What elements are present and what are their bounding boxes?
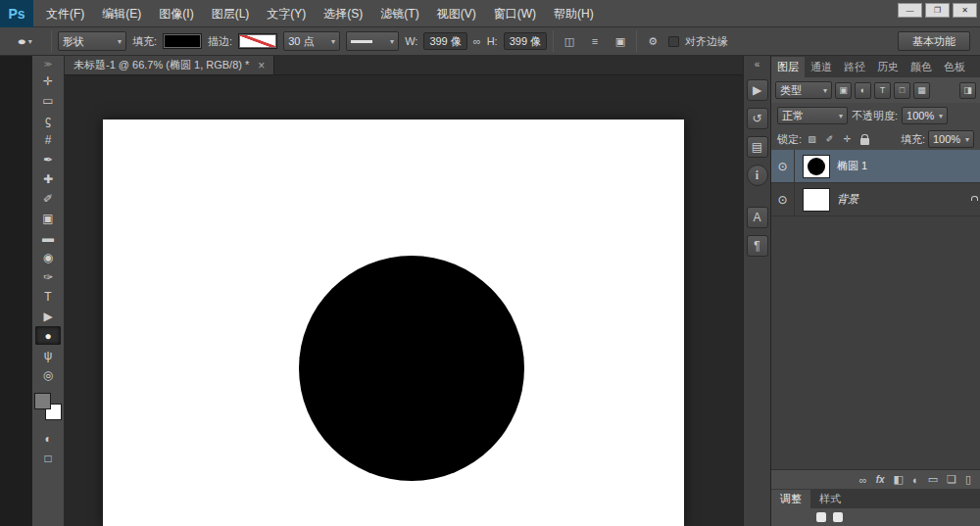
width-input[interactable]: 399 像	[423, 32, 466, 50]
new-group-icon[interactable]: ▭	[928, 473, 938, 486]
layer-name[interactable]: 背景	[837, 192, 858, 207]
tab-adjustments[interactable]: 调整	[771, 490, 810, 508]
stroke-label: 描边:	[208, 34, 232, 49]
opacity-value: 100%	[906, 110, 934, 121]
opacity-select[interactable]: 100% ▾	[902, 107, 948, 124]
move-tool[interactable]: ✛	[35, 72, 61, 90]
adjustment-preset-icon[interactable]	[816, 512, 826, 522]
menu-window[interactable]: 窗口(W)	[485, 0, 545, 27]
menu-select[interactable]: 选择(S)	[315, 0, 371, 27]
pixel-filter-icon[interactable]: ▣	[835, 82, 852, 99]
pen-tool[interactable]: ✑	[35, 267, 61, 286]
layer-name[interactable]: 椭圆 1	[837, 159, 867, 173]
ellipse-tool[interactable]: ●	[35, 326, 61, 345]
layer-row-ellipse[interactable]: ⊙ 椭圆 1	[771, 150, 980, 183]
tool-mode-select[interactable]: 形状 ▾	[58, 31, 126, 51]
lasso-tool[interactable]: ϛ	[35, 111, 61, 129]
link-dimensions-icon[interactable]: ∞	[473, 35, 481, 47]
type-filter-icon[interactable]: T	[874, 82, 891, 99]
tab-paths[interactable]: 路径	[838, 57, 871, 77]
ellipse-shape[interactable]	[299, 256, 524, 481]
history-icon[interactable]: ↺	[747, 108, 768, 129]
fill-opacity-select[interactable]: 100% ▾	[928, 130, 974, 148]
tab-styles[interactable]: 样式	[810, 490, 850, 508]
lock-all-icon[interactable]	[858, 132, 872, 147]
histogram-icon[interactable]: ▤	[747, 136, 768, 158]
quick-mask-button[interactable]: ◐	[35, 429, 61, 448]
spot-healing-brush-tool[interactable]: ✚	[35, 169, 61, 188]
height-input[interactable]: 399 像	[504, 32, 547, 50]
path-operations-icon[interactable]: ◫	[560, 31, 579, 51]
close-button[interactable]: ✕	[953, 3, 977, 18]
layer-row-background[interactable]: ⊙ 背景	[771, 183, 980, 216]
add-layer-mask-icon[interactable]: ◧	[894, 473, 904, 486]
restore-button[interactable]: ❐	[925, 3, 950, 18]
lock-position-icon[interactable]: ✛	[840, 132, 855, 147]
path-selection-tool[interactable]: ▶	[35, 307, 61, 325]
paragraph-icon[interactable]: ¶	[747, 235, 768, 257]
link-layers-icon[interactable]: ∞	[859, 474, 867, 486]
brush-tool[interactable]: ✐	[35, 189, 61, 208]
layer-filter-select[interactable]: 类型 ▾	[775, 81, 832, 99]
delete-layer-icon[interactable]: ▯	[965, 473, 971, 486]
tab-swatches[interactable]: 色板	[938, 57, 971, 77]
new-layer-icon[interactable]: ❏	[947, 473, 956, 486]
blur-tool[interactable]: ◉	[35, 248, 61, 266]
menu-help[interactable]: 帮助(H)	[545, 0, 603, 27]
tool-preset-picker[interactable]: ● ▾	[6, 30, 45, 52]
align-edges-checkbox[interactable]	[668, 36, 679, 47]
stroke-type-select[interactable]: ▾	[346, 31, 399, 51]
document-tab[interactable]: 未标题-1 @ 66.7% (椭圆 1, RGB/8) * ×	[65, 56, 274, 74]
eyedropper-tool[interactable]: ✒	[35, 150, 61, 168]
menu-edit[interactable]: 编辑(E)	[93, 0, 150, 27]
layer-thumbnail[interactable]	[803, 155, 830, 178]
menu-file[interactable]: 文件(F)	[37, 0, 93, 27]
layer-effects-icon[interactable]: fx	[876, 474, 885, 485]
type-tool[interactable]: T	[35, 287, 61, 306]
close-icon[interactable]: ×	[258, 59, 265, 72]
visibility-eye-icon[interactable]: ⊙	[771, 150, 795, 182]
menu-view[interactable]: 视图(V)	[428, 0, 485, 27]
menu-type[interactable]: 文字(Y)	[258, 0, 315, 27]
tab-history[interactable]: 历史	[871, 57, 905, 77]
crop-tool[interactable]: #	[35, 130, 61, 149]
stroke-color-swatch[interactable]	[238, 33, 277, 49]
rectangular-marquee-tool[interactable]: ▭	[35, 91, 61, 110]
minimize-button[interactable]: —	[898, 3, 922, 18]
foreground-color-swatch[interactable]	[34, 393, 51, 409]
visibility-eye-icon[interactable]: ⊙	[771, 183, 795, 215]
smart-object-filter-icon[interactable]: ▦	[913, 82, 930, 99]
shape-filter-icon[interactable]: □	[894, 82, 910, 99]
zoom-tool[interactable]: ◎	[35, 365, 61, 384]
layer-thumbnail[interactable]	[803, 188, 830, 212]
menu-layer[interactable]: 图层(L)	[203, 0, 259, 27]
blend-mode-select[interactable]: 正常 ▾	[777, 107, 848, 124]
adjustment-filter-icon[interactable]: ◐	[855, 82, 871, 99]
workspace-button[interactable]: 基本功能	[898, 31, 970, 51]
menu-filter[interactable]: 滤镜(T)	[371, 0, 427, 27]
path-arrange-icon[interactable]: ▣	[611, 31, 630, 51]
tab-channels[interactable]: 通道	[805, 57, 838, 77]
hand-tool[interactable]: ψ	[35, 346, 61, 364]
lock-transparency-icon[interactable]: ▨	[805, 132, 819, 147]
screen-mode-button[interactable]: □	[35, 449, 61, 467]
menu-image[interactable]: 图像(I)	[150, 0, 202, 27]
toolbar-collapse-icon[interactable]: ≫	[44, 60, 52, 69]
gear-icon[interactable]: ⚙	[643, 31, 662, 51]
character-icon[interactable]: A	[747, 207, 768, 228]
path-alignment-icon[interactable]: ≡	[585, 31, 605, 51]
document-canvas[interactable]	[103, 120, 684, 526]
fill-color-swatch[interactable]	[163, 33, 202, 49]
filter-toggle-icon[interactable]: ◨	[959, 82, 976, 99]
clone-stamp-tool[interactable]: ▣	[35, 209, 61, 227]
expand-panels-icon[interactable]: «	[755, 59, 760, 70]
tab-layers[interactable]: 图层	[771, 57, 805, 77]
eraser-tool[interactable]: ▬	[35, 228, 61, 247]
new-adjustment-layer-icon[interactable]: ◐	[912, 474, 919, 486]
info-icon[interactable]: i	[747, 165, 768, 186]
adjustment-preset-icon[interactable]	[833, 512, 843, 522]
tab-color[interactable]: 颜色	[905, 57, 938, 77]
actions-icon[interactable]: ▶	[747, 79, 768, 101]
lock-pixels-icon[interactable]: ✐	[822, 132, 837, 147]
stroke-width-select[interactable]: 30 点 ▾	[283, 31, 340, 51]
